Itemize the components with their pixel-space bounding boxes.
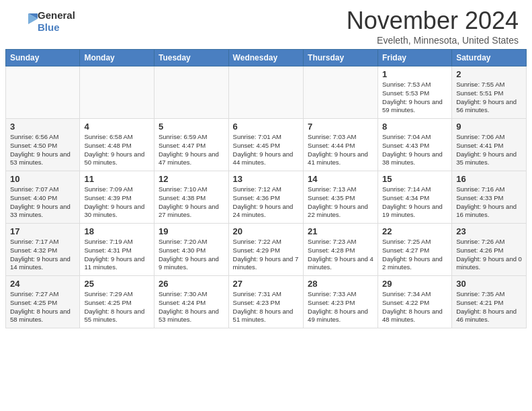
calendar-cell: 1Sunrise: 7:53 AM Sunset: 5:53 PM Daylig… (378, 66, 452, 119)
weekday-header-friday: Friday (378, 50, 452, 66)
day-number: 19 (159, 226, 224, 236)
month-title: November 2024 (347, 7, 519, 35)
day-number: 28 (308, 279, 373, 289)
calendar-cell: 10Sunrise: 7:07 AM Sunset: 4:40 PM Dayli… (6, 171, 80, 224)
calendar-cell: 4Sunrise: 6:58 AM Sunset: 4:48 PM Daylig… (80, 119, 154, 171)
day-info: Sunrise: 7:35 AM Sunset: 4:21 PM Dayligh… (456, 290, 522, 324)
calendar-cell: 26Sunrise: 7:30 AM Sunset: 4:24 PM Dayli… (154, 276, 228, 328)
calendar-week-row: 3Sunrise: 6:56 AM Sunset: 4:50 PM Daylig… (6, 119, 527, 171)
day-number: 27 (233, 279, 299, 289)
calendar-cell: 22Sunrise: 7:25 AM Sunset: 4:27 PM Dayli… (378, 224, 452, 276)
day-info: Sunrise: 7:55 AM Sunset: 5:51 PM Dayligh… (456, 81, 522, 115)
day-info: Sunrise: 7:27 AM Sunset: 4:25 PM Dayligh… (10, 290, 75, 324)
day-info: Sunrise: 7:23 AM Sunset: 4:28 PM Dayligh… (308, 238, 373, 272)
calendar-cell: 18Sunrise: 7:19 AM Sunset: 4:31 PM Dayli… (80, 224, 154, 276)
day-number: 12 (159, 174, 224, 184)
day-number: 18 (84, 226, 150, 236)
calendar-cell: 5Sunrise: 6:59 AM Sunset: 4:47 PM Daylig… (154, 119, 228, 171)
calendar-cell: 14Sunrise: 7:13 AM Sunset: 4:35 PM Dayli… (304, 171, 378, 224)
calendar-cell: 3Sunrise: 6:56 AM Sunset: 4:50 PM Daylig… (6, 119, 80, 171)
logo-blue: Blue (38, 21, 75, 34)
day-number: 6 (233, 122, 299, 132)
logo-general: General (38, 9, 75, 21)
calendar-cell: 21Sunrise: 7:23 AM Sunset: 4:28 PM Dayli… (304, 224, 378, 276)
calendar-cell: 11Sunrise: 7:09 AM Sunset: 4:39 PM Dayli… (80, 171, 154, 224)
calendar-cell: 27Sunrise: 7:31 AM Sunset: 4:23 PM Dayli… (228, 276, 303, 328)
calendar-table: SundayMondayTuesdayWednesdayThursdayFrid… (5, 49, 527, 328)
day-number: 24 (10, 279, 75, 289)
day-number: 15 (382, 174, 447, 184)
day-number: 25 (84, 279, 150, 289)
location: Eveleth, Minnesota, United States (347, 35, 519, 46)
day-info: Sunrise: 6:58 AM Sunset: 4:48 PM Dayligh… (84, 133, 150, 167)
day-info: Sunrise: 7:03 AM Sunset: 4:44 PM Dayligh… (308, 133, 373, 167)
day-info: Sunrise: 7:22 AM Sunset: 4:29 PM Dayligh… (233, 238, 299, 272)
day-number: 29 (382, 279, 447, 289)
title-area: November 2024 Eveleth, Minnesota, United… (347, 7, 519, 46)
day-info: Sunrise: 7:17 AM Sunset: 4:32 PM Dayligh… (10, 238, 75, 272)
day-number: 21 (308, 226, 373, 236)
day-number: 14 (308, 174, 373, 184)
weekday-header-sunday: Sunday (6, 50, 80, 66)
day-number: 13 (233, 174, 299, 184)
day-info: Sunrise: 7:19 AM Sunset: 4:31 PM Dayligh… (84, 238, 150, 272)
calendar-cell: 20Sunrise: 7:22 AM Sunset: 4:29 PM Dayli… (228, 224, 303, 276)
calendar-cell: 7Sunrise: 7:03 AM Sunset: 4:44 PM Daylig… (304, 119, 378, 171)
calendar-week-row: 10Sunrise: 7:07 AM Sunset: 4:40 PM Dayli… (6, 171, 527, 224)
calendar-cell: 2Sunrise: 7:55 AM Sunset: 5:51 PM Daylig… (452, 66, 527, 119)
day-number: 7 (308, 122, 373, 132)
day-info: Sunrise: 7:26 AM Sunset: 4:26 PM Dayligh… (456, 238, 522, 272)
calendar-cell: 13Sunrise: 7:12 AM Sunset: 4:36 PM Dayli… (228, 171, 303, 224)
weekday-header-tuesday: Tuesday (154, 50, 228, 66)
weekday-header-saturday: Saturday (452, 50, 527, 66)
day-info: Sunrise: 7:34 AM Sunset: 4:22 PM Dayligh… (382, 290, 447, 324)
day-number: 26 (159, 279, 224, 289)
day-number: 4 (84, 122, 150, 132)
day-info: Sunrise: 7:30 AM Sunset: 4:24 PM Dayligh… (159, 290, 224, 324)
calendar-wrapper: SundayMondayTuesdayWednesdayThursdayFrid… (0, 49, 532, 334)
calendar-cell: 15Sunrise: 7:14 AM Sunset: 4:34 PM Dayli… (378, 171, 452, 224)
day-number: 22 (382, 226, 447, 236)
calendar-cell: 25Sunrise: 7:29 AM Sunset: 4:25 PM Dayli… (80, 276, 154, 328)
day-number: 23 (456, 226, 522, 236)
day-info: Sunrise: 7:07 AM Sunset: 4:40 PM Dayligh… (10, 185, 75, 220)
day-info: Sunrise: 7:33 AM Sunset: 4:23 PM Dayligh… (308, 290, 373, 324)
weekday-header-monday: Monday (80, 50, 154, 66)
day-number: 17 (10, 226, 75, 236)
day-number: 2 (456, 69, 522, 79)
calendar-cell: 17Sunrise: 7:17 AM Sunset: 4:32 PM Dayli… (6, 224, 80, 276)
day-info: Sunrise: 7:09 AM Sunset: 4:39 PM Dayligh… (84, 185, 150, 220)
calendar-cell: 29Sunrise: 7:34 AM Sunset: 4:22 PM Dayli… (378, 276, 452, 328)
logo: General Blue (13, 9, 75, 34)
calendar-cell (6, 66, 80, 119)
day-info: Sunrise: 7:25 AM Sunset: 4:27 PM Dayligh… (382, 238, 447, 272)
calendar-cell: 12Sunrise: 7:10 AM Sunset: 4:38 PM Dayli… (154, 171, 228, 224)
day-info: Sunrise: 6:59 AM Sunset: 4:47 PM Dayligh… (159, 133, 224, 167)
day-info: Sunrise: 6:56 AM Sunset: 4:50 PM Dayligh… (10, 133, 75, 167)
logo-icon (13, 9, 38, 34)
calendar-cell: 19Sunrise: 7:20 AM Sunset: 4:30 PM Dayli… (154, 224, 228, 276)
day-number: 11 (84, 174, 150, 184)
calendar-cell (154, 66, 228, 119)
day-number: 9 (456, 122, 522, 132)
calendar-cell (228, 66, 303, 119)
calendar-cell: 9Sunrise: 7:06 AM Sunset: 4:41 PM Daylig… (452, 119, 527, 171)
calendar-cell: 24Sunrise: 7:27 AM Sunset: 4:25 PM Dayli… (6, 276, 80, 328)
calendar-week-row: 17Sunrise: 7:17 AM Sunset: 4:32 PM Dayli… (6, 224, 527, 276)
day-number: 8 (382, 122, 447, 132)
day-number: 3 (10, 122, 75, 132)
logo-text: General Blue (38, 9, 75, 34)
header: General Blue November 2024 Eveleth, Minn… (0, 0, 532, 49)
weekday-header-row: SundayMondayTuesdayWednesdayThursdayFrid… (6, 50, 527, 66)
weekday-header-wednesday: Wednesday (228, 50, 303, 66)
day-number: 16 (456, 174, 522, 184)
day-info: Sunrise: 7:10 AM Sunset: 4:38 PM Dayligh… (159, 185, 224, 220)
weekday-header-thursday: Thursday (304, 50, 378, 66)
calendar-cell: 23Sunrise: 7:26 AM Sunset: 4:26 PM Dayli… (452, 224, 527, 276)
day-number: 10 (10, 174, 75, 184)
day-number: 1 (382, 69, 447, 79)
svg-rect-0 (13, 9, 38, 34)
day-number: 5 (159, 122, 224, 132)
calendar-cell: 16Sunrise: 7:16 AM Sunset: 4:33 PM Dayli… (452, 171, 527, 224)
day-number: 30 (456, 279, 522, 289)
